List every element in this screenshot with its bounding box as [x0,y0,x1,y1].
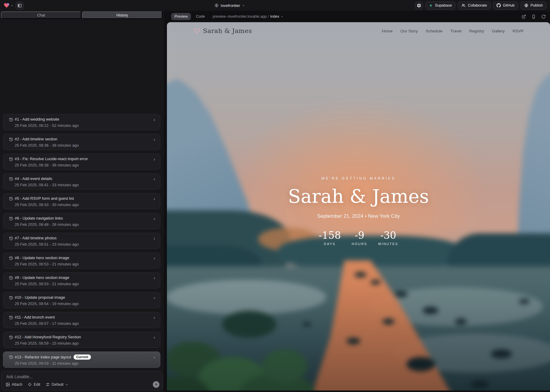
prompt-input[interactable] [6,374,158,380]
history-clock-icon [9,256,13,260]
mobile-view-icon[interactable] [531,14,536,19]
project-name: lovefrontier [221,3,240,8]
chevron-down-icon [65,383,68,386]
sidebar-toggle-button[interactable] [16,1,24,10]
tab-code[interactable]: Code [196,14,205,19]
nav-link[interactable]: Schedule [426,29,443,33]
chevron-right-icon [153,316,156,320]
history-item[interactable]: #2 - Add timeline section 25 Feb 2025, 0… [3,134,160,150]
history-item-title: #6 - Update navigation links [15,216,63,221]
chevron-right-icon [153,296,156,300]
history-item[interactable]: #5 - Add RSVP form and guest list 25 Feb… [3,193,160,209]
supabase-button[interactable]: Supabase [425,1,455,10]
chevron-right-icon [153,237,156,241]
sliders-icon [46,382,50,387]
chevron-right-icon [153,178,156,181]
nav-link[interactable]: Our Story [400,29,418,33]
globe-icon [214,3,219,7]
tab-history[interactable]: History [82,11,162,19]
panel-tabs: Chat History [1,11,162,19]
chevron-down-icon [11,4,14,7]
site-preview: Sarah & James HomeOur StoryScheduleTrave… [167,22,550,391]
supabase-bolt-icon [429,4,433,7]
chevron-right-icon [153,356,156,359]
publish-button[interactable]: Publish [521,1,546,10]
history-clock-icon [9,118,13,122]
hero-eyebrow: WE'RE GETTING MARRIED [167,176,550,181]
history-item-title: #5 - Add RSVP form and guest list [15,196,74,201]
history-item-title: #2 - Add timeline section [15,137,57,142]
nav-link[interactable]: Gallery [492,29,505,33]
chevron-right-icon [153,138,156,142]
history-item-timestamp: 25 Feb 2025, 08:22 - 52 minutes ago [15,123,151,128]
chevron-down-icon [242,4,245,7]
history-item[interactable]: #8 - Update hero section image 25 Feb 20… [3,253,160,269]
github-button[interactable]: GitHub [493,1,518,10]
history-item-title: #8 - Update hero section image [15,256,69,260]
history-item[interactable]: #10 - Update proposal image 25 Feb 2025,… [3,292,160,308]
preview-url-page: index [270,14,279,19]
history-item[interactable]: #3 - Fix: Resolve Lucide-react import er… [3,154,160,170]
history-item[interactable]: #12 - Add Honeyfund Registry Section 25 … [3,332,160,348]
countdown-unit: -9 HOURS [352,229,367,246]
hero-title: Sarah & James [167,185,550,207]
send-button[interactable] [153,381,159,388]
history-item-timestamp: 25 Feb 2025, 08:43 - 30 minutes ago [15,202,151,207]
hero-section: WE'RE GETTING MARRIED Sarah & James Sept… [167,176,550,246]
nav-link[interactable]: Home [382,29,393,33]
countdown-value: -30 [378,229,398,241]
chevron-right-icon [153,257,156,260]
history-clock-icon [9,197,13,201]
chat-history-panel: Chat History #1 - Add wedding website 25… [0,11,164,392]
history-item-timestamp: 25 Feb 2025, 08:38 - 36 minutes ago [15,163,151,167]
history-item-timestamp: 25 Feb 2025, 08:53 - 21 minutes ago [15,282,151,286]
site-logo[interactable]: Sarah & James [194,27,252,34]
top-bar: lovefrontier Supabase Collab [0,0,550,11]
history-item[interactable]: #4 - Add event details 25 Feb 2025, 08:4… [3,173,160,190]
chevron-right-icon [153,118,156,122]
tab-preview[interactable]: Preview [171,13,191,20]
panel-left-icon [17,3,22,8]
history-clock-icon [9,157,13,161]
site-logo-text: Sarah & James [203,27,252,34]
history-item[interactable]: #6 - Update navigation links 25 Feb 2025… [3,213,160,229]
settings-button[interactable] [415,1,423,10]
countdown-unit: -30 MINUTES [378,229,398,246]
nav-link[interactable]: RSVP [512,29,524,33]
collaborate-button[interactable]: Collaborate [458,1,491,10]
history-item-title: #4 - Add event details [15,176,52,181]
lovable-logo-menu[interactable] [4,2,14,8]
chevron-right-icon [153,197,156,201]
countdown-label: MINUTES [378,242,398,246]
edit-button[interactable]: Edit [28,382,40,387]
history-item[interactable]: #9 - Update hero section image 25 Feb 20… [3,272,160,289]
history-item-timestamp: 25 Feb 2025, 08:36 - 38 minutes ago [15,143,151,148]
history-item[interactable]: #7 - Add timeline photos 25 Feb 2025, 08… [3,233,160,249]
chevron-down-icon [281,15,283,18]
history-item[interactable]: #11 - Add brunch event 25 Feb 2025, 08:5… [3,312,160,328]
history-item-timestamp: 25 Feb 2025, 08:41 - 33 minutes ago [15,183,151,187]
refresh-icon[interactable] [541,14,546,19]
mode-select[interactable]: Default [46,382,68,387]
history-item-title: #7 - Add timeline photos [15,236,56,241]
current-badge: Current [74,355,91,360]
heart-outline-icon [194,28,200,34]
open-in-new-tab-icon[interactable] [521,14,526,19]
history-item[interactable]: #13 - Refactor index page layout Current… [3,352,160,368]
site-header: Sarah & James HomeOur StoryScheduleTrave… [167,22,550,40]
history-item-title: #13 - Refactor index page layout [15,355,71,360]
preview-url[interactable]: preview--lovefrontier.lovable.app / inde… [213,14,283,19]
lovable-heart-logo-icon [4,2,10,8]
history-item-timestamp: 25 Feb 2025, 08:53 - 21 minutes ago [15,262,151,266]
history-item[interactable]: #1 - Add wedding website 25 Feb 2025, 08… [3,114,160,130]
history-item-timestamp: 25 Feb 2025, 08:57 - 17 minutes ago [15,321,151,326]
history-item-timestamp: 25 Feb 2025, 08:51 - 23 minutes ago [15,242,151,247]
nav-link[interactable]: Travel [450,29,461,33]
project-switcher[interactable]: lovefrontier [214,3,245,8]
nav-link[interactable]: Registry [469,29,484,33]
countdown: -158 DAYS -9 HOURS -30 MINUTES [167,229,550,246]
attach-button[interactable]: Attach [6,382,22,387]
history-item-timestamp: 25 Feb 2025, 08:59 - 15 minutes ago [15,341,151,346]
tab-chat[interactable]: Chat [1,11,81,19]
history-item-title: #10 - Update proposal image [15,295,65,300]
